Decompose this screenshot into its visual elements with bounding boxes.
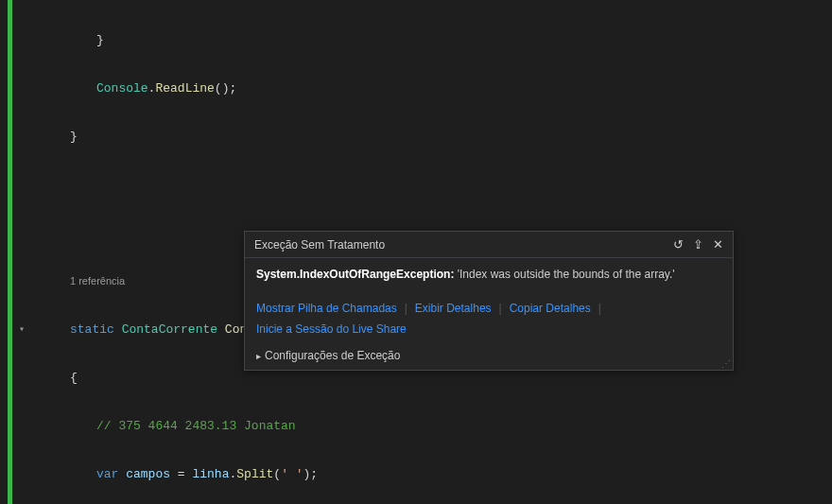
popup-header: Exceção Sem Tratamento ↺ ⇪ ✕ — [245, 232, 733, 258]
pin-icon[interactable]: ⇪ — [693, 237, 703, 252]
exception-popup[interactable]: Exceção Sem Tratamento ↺ ⇪ ✕ System.Inde… — [244, 231, 734, 371]
type-console: Console — [96, 81, 148, 96]
kw-static: static — [70, 322, 114, 337]
type-return: ContaCorrente — [122, 322, 217, 337]
exception-type: System.IndexOutOfRangeException: — [256, 268, 454, 281]
brace: } — [70, 130, 78, 144]
link-show-details[interactable]: Exibir Detalhes — [415, 302, 492, 315]
brace: } — [96, 33, 104, 47]
chevron-right-icon: ▸ — [256, 351, 261, 361]
popup-body: System.IndexOutOfRangeException: 'Index … — [245, 258, 733, 294]
gutter-change-marker — [8, 0, 12, 504]
editor-gutter — [0, 0, 13, 504]
link-callstack[interactable]: Mostrar Pilha de Chamadas — [256, 302, 397, 315]
popup-title: Exceção Sem Tratamento — [254, 238, 385, 252]
history-icon[interactable]: ↺ — [673, 237, 684, 252]
codelens-references[interactable]: 1 referência — [70, 275, 125, 287]
exception-message: 'Index was outside the bounds of the arr… — [458, 268, 675, 281]
method-readline: ReadLine — [155, 81, 214, 96]
exception-settings-label: Configurações de Exceção — [265, 349, 400, 362]
close-icon[interactable]: ✕ — [713, 237, 723, 252]
brace: { — [70, 371, 78, 385]
collapse-icon[interactable]: ▾ — [19, 322, 25, 338]
popup-links: Mostrar Pilha de Chamadas | Exibir Detal… — [245, 294, 733, 343]
resize-grip-icon[interactable]: ⋰ — [721, 358, 731, 368]
link-copy-details[interactable]: Copiar Detalhes — [510, 302, 591, 315]
link-live-share[interactable]: Inicie a Sessão do Live Share — [256, 322, 407, 336]
popup-footer[interactable]: ▸ Configurações de Exceção — [245, 343, 733, 370]
comment-line: // 375 4644 2483.13 Jonatan — [96, 419, 296, 433]
